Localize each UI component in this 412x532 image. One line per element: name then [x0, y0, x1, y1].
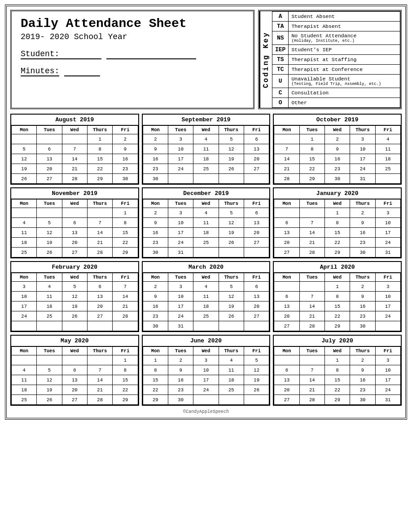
- calendar-day-cell[interactable]: 17: [375, 375, 400, 385]
- calendar-day-cell[interactable]: 2: [324, 134, 350, 144]
- calendar-day-cell[interactable]: 11: [375, 144, 400, 154]
- calendar-day-cell[interactable]: [37, 355, 62, 365]
- calendar-day-cell[interactable]: 1: [324, 355, 350, 365]
- calendar-day-cell[interactable]: 11: [193, 292, 219, 301]
- calendar-day-cell[interactable]: 2: [350, 208, 375, 218]
- calendar-day-cell[interactable]: 4: [219, 355, 244, 365]
- calendar-day-cell[interactable]: 7: [113, 282, 138, 292]
- calendar-day-cell[interactable]: 11: [12, 375, 37, 385]
- calendar-day-cell[interactable]: 20: [244, 154, 269, 164]
- calendar-day-cell[interactable]: 7: [62, 144, 87, 154]
- calendar-day-cell[interactable]: [12, 134, 37, 144]
- calendar-day-cell[interactable]: 28: [87, 248, 112, 257]
- calendar-day-cell[interactable]: 4: [375, 134, 400, 144]
- calendar-day-cell[interactable]: 11: [219, 365, 244, 375]
- calendar-day-cell[interactable]: 31: [375, 395, 400, 405]
- calendar-day-cell[interactable]: 19: [219, 301, 244, 311]
- calendar-day-cell[interactable]: 27: [244, 164, 269, 174]
- calendar-day-cell[interactable]: [244, 248, 269, 257]
- calendar-day-cell[interactable]: 23: [350, 311, 375, 321]
- calendar-day-cell[interactable]: 26: [219, 238, 244, 248]
- calendar-day-cell[interactable]: 1: [113, 355, 138, 365]
- calendar-day-cell[interactable]: 10: [168, 292, 193, 301]
- calendar-day-cell[interactable]: 8: [113, 218, 138, 228]
- calendar-day-cell[interactable]: 12: [219, 218, 244, 228]
- calendar-day-cell[interactable]: [113, 321, 138, 331]
- calendar-day-cell[interactable]: 14: [87, 228, 112, 238]
- calendar-day-cell[interactable]: 10: [168, 144, 193, 154]
- calendar-day-cell[interactable]: 3: [168, 282, 193, 292]
- calendar-day-cell[interactable]: [87, 208, 112, 218]
- calendar-day-cell[interactable]: 8: [324, 365, 350, 375]
- calendar-day-cell[interactable]: 29: [87, 174, 112, 184]
- calendar-day-cell[interactable]: 21: [274, 164, 299, 174]
- calendar-day-cell[interactable]: 10: [12, 292, 37, 301]
- calendar-day-cell[interactable]: 24: [193, 385, 219, 395]
- calendar-day-cell[interactable]: [299, 355, 324, 365]
- calendar-day-cell[interactable]: 5: [219, 208, 244, 218]
- calendar-day-cell[interactable]: 18: [375, 154, 400, 164]
- calendar-day-cell[interactable]: 17: [375, 228, 400, 238]
- calendar-day-cell[interactable]: 27: [274, 321, 299, 331]
- calendar-day-cell[interactable]: 30: [350, 321, 375, 331]
- calendar-day-cell[interactable]: 16: [350, 375, 375, 385]
- calendar-day-cell[interactable]: 18: [12, 238, 37, 248]
- calendar-day-cell[interactable]: 6: [274, 218, 299, 228]
- calendar-day-cell[interactable]: 25: [12, 248, 37, 257]
- calendar-day-cell[interactable]: [274, 208, 299, 218]
- calendar-day-cell[interactable]: 23: [350, 385, 375, 395]
- calendar-day-cell[interactable]: 21: [299, 238, 324, 248]
- calendar-day-cell[interactable]: 14: [299, 301, 324, 311]
- calendar-day-cell[interactable]: 8: [324, 292, 350, 301]
- calendar-day-cell[interactable]: 6: [87, 282, 112, 292]
- calendar-day-cell[interactable]: 4: [193, 208, 219, 218]
- calendar-day-cell[interactable]: 2: [143, 134, 168, 144]
- calendar-day-cell[interactable]: 24: [168, 311, 193, 321]
- minutes-value[interactable]: [64, 66, 100, 76]
- calendar-day-cell[interactable]: 8: [113, 365, 138, 375]
- calendar-day-cell[interactable]: 14: [274, 154, 299, 164]
- calendar-day-cell[interactable]: 1: [324, 282, 350, 292]
- calendar-day-cell[interactable]: 15: [324, 301, 350, 311]
- calendar-day-cell[interactable]: 23: [168, 385, 193, 395]
- calendar-day-cell[interactable]: 13: [274, 375, 299, 385]
- calendar-day-cell[interactable]: 18: [219, 375, 244, 385]
- calendar-day-cell[interactable]: 19: [37, 385, 62, 395]
- calendar-day-cell[interactable]: [37, 321, 62, 331]
- calendar-day-cell[interactable]: [62, 321, 87, 331]
- calendar-day-cell[interactable]: [193, 174, 219, 184]
- calendar-day-cell[interactable]: 11: [12, 228, 37, 238]
- calendar-day-cell[interactable]: 5: [244, 355, 269, 365]
- calendar-day-cell[interactable]: 7: [87, 218, 112, 228]
- calendar-day-cell[interactable]: 16: [143, 228, 168, 238]
- calendar-day-cell[interactable]: 15: [324, 228, 350, 238]
- calendar-day-cell[interactable]: 21: [299, 311, 324, 321]
- calendar-day-cell[interactable]: 19: [12, 164, 37, 174]
- calendar-day-cell[interactable]: [219, 174, 244, 184]
- calendar-day-cell[interactable]: 16: [143, 154, 168, 164]
- calendar-day-cell[interactable]: 21: [299, 385, 324, 395]
- calendar-day-cell[interactable]: 6: [244, 208, 269, 218]
- calendar-day-cell[interactable]: 31: [350, 174, 375, 184]
- calendar-day-cell[interactable]: 12: [37, 228, 62, 238]
- calendar-day-cell[interactable]: 15: [87, 154, 112, 164]
- calendar-day-cell[interactable]: 5: [62, 282, 87, 292]
- calendar-day-cell[interactable]: 15: [113, 228, 138, 238]
- calendar-day-cell[interactable]: 22: [113, 238, 138, 248]
- calendar-day-cell[interactable]: 31: [375, 248, 400, 257]
- calendar-day-cell[interactable]: 25: [219, 385, 244, 395]
- calendar-day-cell[interactable]: 26: [219, 311, 244, 321]
- calendar-day-cell[interactable]: 8: [143, 365, 168, 375]
- calendar-day-cell[interactable]: 28: [87, 395, 112, 405]
- calendar-day-cell[interactable]: 15: [324, 375, 350, 385]
- calendar-day-cell[interactable]: 23: [324, 164, 350, 174]
- calendar-day-cell[interactable]: 10: [168, 218, 193, 228]
- calendar-day-cell[interactable]: 22: [324, 311, 350, 321]
- calendar-day-cell[interactable]: 11: [193, 144, 219, 154]
- calendar-day-cell[interactable]: 17: [168, 228, 193, 238]
- calendar-day-cell[interactable]: 16: [143, 301, 168, 311]
- calendar-day-cell[interactable]: [299, 282, 324, 292]
- calendar-day-cell[interactable]: 30: [143, 174, 168, 184]
- calendar-day-cell[interactable]: 6: [62, 218, 87, 228]
- calendar-day-cell[interactable]: 29: [324, 321, 350, 331]
